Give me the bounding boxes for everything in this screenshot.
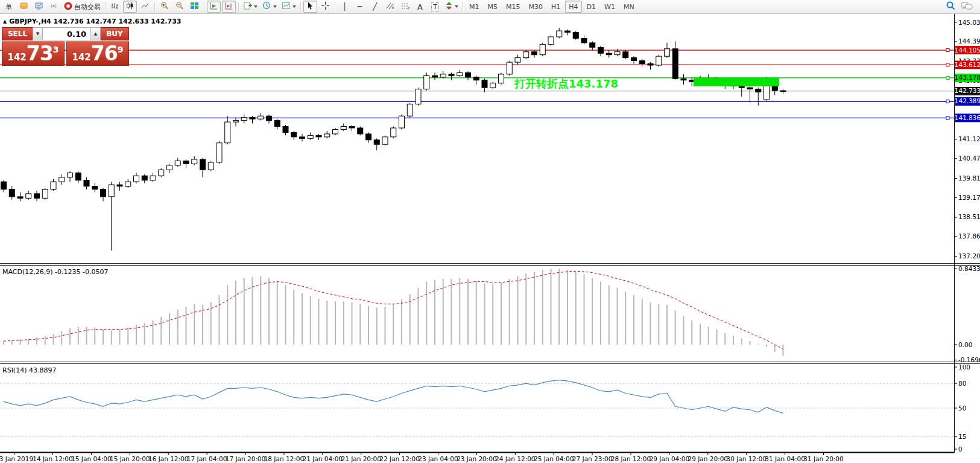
svg-text:15 Jan 20:00: 15 Jan 20:00 — [110, 455, 150, 462]
svg-text:80: 80 — [958, 380, 966, 387]
buy-price-sup: 9 — [118, 45, 124, 54]
volume-input[interactable]: 0.10 — [43, 27, 90, 40]
svg-text:15: 15 — [958, 433, 966, 440]
svg-text:31 Jan 04:00: 31 Jan 04:00 — [765, 455, 805, 462]
arrows-tool[interactable] — [443, 1, 460, 13]
candlestick-icon — [125, 1, 134, 12]
toolbar-separator — [154, 2, 155, 12]
timeframe-button-m1[interactable]: M1 — [466, 1, 483, 13]
svg-text:27 Jan 23:00: 27 Jan 23:00 — [572, 455, 612, 462]
volume-decrease-button[interactable]: ▼ — [33, 27, 43, 40]
svg-text:144.390: 144.390 — [958, 37, 980, 45]
toolbar: 单 自动交易 — [0, 0, 980, 14]
fibonacci-tool[interactable]: F — [398, 1, 412, 13]
svg-text:21 Jan 20:00: 21 Jan 20:00 — [341, 455, 381, 462]
timeframe-button-m5[interactable]: M5 — [484, 1, 502, 13]
timeframe-button-h4[interactable]: H4 — [565, 1, 581, 13]
cursor-arrow-icon — [306, 1, 315, 12]
text-label-icon: T — [431, 2, 439, 11]
svg-text:144.105: 144.105 — [955, 46, 980, 54]
line-chart-icon — [141, 1, 150, 12]
sell-button[interactable]: SELL — [2, 27, 33, 40]
zoom-out-icon — [175, 1, 184, 12]
sell-price-big: 73 — [27, 43, 53, 63]
market-watch-button[interactable] — [32, 1, 46, 13]
toolbar-separator — [335, 2, 335, 12]
svg-text:139.815: 139.815 — [958, 174, 980, 182]
line-chart-button[interactable] — [138, 1, 152, 13]
collapse-icon[interactable]: ▲ — [3, 19, 7, 24]
dropdown-caret-icon — [292, 5, 296, 8]
svg-text:140.475: 140.475 — [958, 155, 980, 162]
macd-label: MACD(12,26,9) -0.1235 -0.0507 — [2, 268, 108, 276]
fibonacci-icon: F — [400, 1, 410, 12]
chart-shift-icon — [224, 1, 233, 12]
signal-icon — [49, 1, 58, 12]
svg-text:142.389: 142.389 — [955, 97, 980, 104]
sell-label: SELL — [8, 30, 27, 38]
svg-text:137.865: 137.865 — [958, 232, 980, 240]
volume-increase-button[interactable]: ▲ — [90, 27, 101, 40]
timeframe-button-h1[interactable]: H1 — [548, 1, 564, 13]
timeframe-button-m30[interactable]: M30 — [525, 1, 547, 13]
cursor-button[interactable] — [303, 1, 317, 13]
vertical-line-tool[interactable]: │ — [338, 1, 352, 13]
equidistant-channel-icon: E — [385, 1, 395, 12]
indicators-button[interactable] — [241, 1, 259, 13]
svg-text:28 Jan 12:00: 28 Jan 12:00 — [611, 455, 651, 462]
svg-text:0.8433: 0.8433 — [958, 265, 980, 272]
svg-text:0.00: 0.00 — [958, 341, 972, 348]
zoom-in-button[interactable] — [157, 1, 171, 13]
vertical-line-icon: │ — [343, 2, 347, 11]
text-label-tool[interactable]: T — [428, 1, 442, 13]
chart-canvas[interactable]: 打开转折点143.1780.84330.00-0.169610080501501… — [0, 14, 980, 463]
dropdown-caret-icon — [273, 5, 277, 8]
trendline-tool[interactable]: ╱ — [368, 1, 382, 13]
svg-text:21 Jan 04:00: 21 Jan 04:00 — [303, 455, 343, 462]
toolbar-separator — [463, 2, 463, 12]
buy-price-big: 76 — [91, 43, 118, 63]
svg-text:15 Jan 04:00: 15 Jan 04:00 — [71, 455, 111, 462]
chat-bubbles-icon — [961, 1, 973, 13]
signals-button[interactable] — [47, 1, 61, 13]
tile-windows-button[interactable] — [188, 1, 201, 13]
timeframe-button-m15[interactable]: M15 — [502, 1, 524, 13]
chart-title-text: GBPJPY-,H4 142.736 142.747 142.633 142.7… — [9, 18, 181, 25]
tile-windows-icon — [190, 1, 199, 12]
timeframe-button-w1[interactable]: W1 — [601, 1, 619, 13]
new-order-label: 单 — [5, 2, 12, 11]
toolbar-separator — [105, 2, 106, 12]
zoom-in-icon — [160, 1, 169, 12]
sell-price-button[interactable]: 142733 — [2, 41, 65, 66]
history-center-button[interactable] — [17, 1, 31, 13]
text-tool[interactable]: A — [413, 1, 427, 13]
rectangle-object — [694, 78, 779, 86]
channel-tool[interactable]: E — [383, 1, 397, 13]
buy-price-button[interactable]: 142769 — [66, 41, 129, 66]
bar-chart-button[interactable] — [108, 1, 122, 13]
auto-scroll-button[interactable] — [207, 1, 221, 13]
candlestick-chart-button[interactable] — [123, 1, 137, 13]
add-indicator-icon — [243, 1, 252, 12]
zoom-out-button[interactable] — [172, 1, 186, 13]
autotrading-button[interactable]: 自动交易 — [62, 1, 103, 13]
chart-shift-button[interactable] — [222, 1, 236, 13]
svg-text:14 Jan 12:00: 14 Jan 12:00 — [33, 455, 72, 462]
timeframe-button-d1[interactable]: D1 — [583, 1, 599, 13]
timeframe-button-mn[interactable]: MN — [620, 1, 638, 13]
sell-price-prefix: 142 — [8, 52, 27, 63]
crosshair-button[interactable] — [318, 1, 332, 13]
search-icon — [946, 1, 956, 13]
text-tool-icon: A — [417, 2, 423, 11]
chat-button[interactable] — [959, 1, 975, 13]
svg-text:17 Jan 04:00: 17 Jan 04:00 — [187, 455, 227, 462]
chart-window: 打开转折点143.1780.84330.00-0.169610080501501… — [0, 14, 980, 463]
buy-button[interactable]: BUY — [101, 27, 129, 40]
horizontal-line-tool[interactable]: ─ — [353, 1, 367, 13]
new-order-button[interactable]: 单 — [2, 1, 16, 13]
templates-button[interactable] — [280, 1, 298, 13]
periods-button[interactable] — [261, 1, 279, 13]
buy-label: BUY — [106, 30, 123, 38]
svg-text:E: E — [392, 5, 394, 10]
search-button[interactable] — [944, 1, 958, 13]
